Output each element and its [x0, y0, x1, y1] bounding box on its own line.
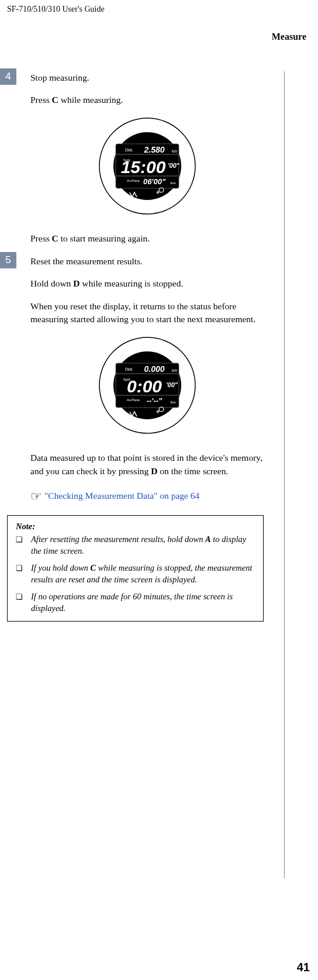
svg-text:'00": '00": [166, 381, 178, 388]
svg-text:--'--": --'--": [146, 396, 162, 405]
svg-text:2.580: 2.580: [143, 145, 164, 154]
watch-figure-1: Dist. 2.580 km Split 15:00 '00" Av.Pace …: [30, 116, 264, 219]
step-lead: Stop measuring.: [30, 71, 264, 84]
step-badge-4: 4: [0, 68, 16, 85]
step-5: 5 Reset the measurement results. Hold do…: [7, 255, 264, 506]
svg-text:Av.Pace: Av.Pace: [127, 179, 140, 182]
svg-text:/km: /km: [170, 181, 176, 185]
step-line: Data measured up to that point is stored…: [30, 451, 264, 478]
text: while measuring is stopped.: [80, 278, 183, 288]
step-lead: Reset the measurement results.: [30, 255, 264, 268]
note-item: After resetting the measurement results,…: [16, 534, 255, 557]
svg-text:06'00": 06'00": [143, 177, 165, 186]
page-title: Measure: [7, 32, 311, 42]
text: on the time screen.: [157, 466, 228, 476]
svg-text:'00": '00": [168, 162, 180, 169]
step-body-5: Reset the measurement results. Hold down…: [30, 255, 264, 506]
svg-text:0:00: 0:00: [126, 377, 161, 396]
svg-text:Dist.: Dist.: [125, 148, 133, 152]
watch-icon: Dist. 2.580 km Split 15:00 '00" Av.Pace …: [98, 116, 197, 216]
bold-key: C: [52, 95, 58, 105]
svg-text:Av.Pace: Av.Pace: [127, 398, 140, 402]
step-body-4: Stop measuring. Press C while measuring.…: [30, 71, 264, 246]
step-line: Press C to start measuring again.: [30, 232, 264, 245]
svg-text:Dist.: Dist.: [125, 367, 133, 371]
page-number: 41: [297, 961, 310, 974]
bold-key: D: [151, 466, 157, 476]
text: If you hold down: [31, 563, 91, 572]
text: After resetting the measurement results,…: [31, 534, 205, 544]
text: to start measuring again.: [58, 233, 150, 243]
cross-reference-link[interactable]: ☞"Checking Measurement Data" on page 64: [30, 487, 264, 506]
bold-key: C: [91, 563, 96, 572]
text: while measuring.: [58, 95, 123, 105]
link-text: "Checking Measurement Data" on page 64: [44, 491, 199, 501]
note-item: If no operations are made for 60 minutes…: [16, 591, 255, 614]
watch-figure-2: Dist. 0.000 km Split 0:00 '00" Av.Pace -…: [30, 336, 264, 439]
text: Hold down: [30, 278, 73, 288]
bold-key: A: [205, 534, 211, 544]
step-4: 4 Stop measuring. Press C while measurin…: [7, 71, 264, 246]
note-title: Note:: [16, 522, 255, 532]
text: Press: [30, 95, 52, 105]
svg-text:km: km: [172, 368, 178, 372]
note-item: If you hold down C while measuring is st…: [16, 563, 255, 585]
bold-key: D: [73, 278, 80, 288]
content-column: 4 Stop measuring. Press C while measurin…: [7, 71, 285, 878]
pointer-icon: ☞: [30, 487, 42, 506]
step-line: Press C while measuring.: [30, 94, 264, 106]
step-line: When you reset the display, it returns t…: [30, 300, 264, 326]
step-badge-5: 5: [0, 252, 16, 268]
svg-text:15:00: 15:00: [120, 157, 165, 177]
note-list: After resetting the measurement results,…: [16, 534, 255, 614]
watch-icon: Dist. 0.000 km Split 0:00 '00" Av.Pace -…: [98, 336, 197, 435]
svg-text:km: km: [172, 149, 178, 153]
document-header: SF-710/510/310 User's Guide: [7, 5, 311, 14]
step-line: Hold down D while measuring is stopped.: [30, 277, 264, 290]
svg-text:/km: /km: [170, 401, 176, 404]
svg-text:0.000: 0.000: [144, 364, 164, 374]
bold-key: C: [52, 233, 58, 243]
text: Press: [30, 233, 52, 243]
note-box: Note: After resetting the measurement re…: [7, 515, 264, 622]
